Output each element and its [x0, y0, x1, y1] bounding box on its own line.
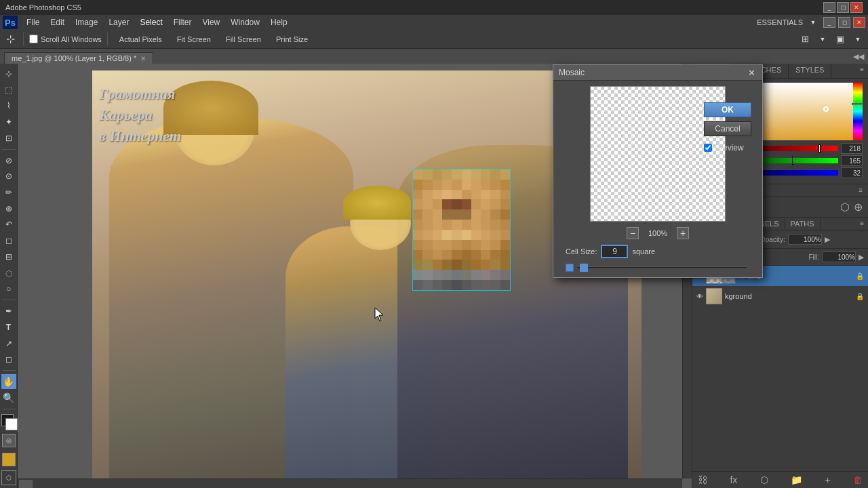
new-layer-btn[interactable]: + — [825, 474, 830, 485]
fg-color-large[interactable] — [2, 453, 16, 466]
title-text: Adobe Photoshop CS5 — [5, 3, 81, 12]
color-swatches[interactable] — [1, 414, 16, 429]
bg-lock-icon: 🔒 — [856, 293, 864, 300]
layer-row-bg[interactable]: 👁 kground 🔒 — [692, 286, 868, 306]
r-value-input[interactable] — [841, 143, 863, 154]
preview-checkbox[interactable] — [704, 144, 712, 152]
restore-button[interactable]: ◻ — [837, 2, 849, 13]
actual-pixels-button[interactable]: Actual Pixels — [113, 32, 168, 47]
new-group-btn[interactable]: 📁 — [791, 474, 802, 485]
masks-expand[interactable]: ≡ — [859, 186, 863, 195]
layer-name-1: er 1 — [748, 272, 853, 280]
shape-tool[interactable]: ◻ — [1, 352, 16, 367]
move-tool-icon[interactable]: ⊹ — [3, 32, 18, 47]
eraser-tool[interactable]: ◻ — [1, 233, 16, 248]
add-style-btn[interactable]: fx — [730, 474, 737, 485]
menu-filter[interactable]: Filter — [169, 16, 197, 28]
path-selection[interactable]: ↗ — [1, 336, 16, 351]
cell-size-slider-row[interactable] — [559, 264, 757, 272]
menu-view[interactable]: View — [197, 16, 224, 28]
eyedropper-tool[interactable]: ⊘ — [1, 153, 16, 168]
hand-tool[interactable]: ✋ — [1, 374, 16, 389]
scroll-all-checkbox[interactable] — [29, 35, 38, 43]
tab-styles[interactable]: STYLES — [789, 64, 831, 78]
menu-window[interactable]: Window — [226, 16, 264, 28]
heal-tool[interactable]: ⊙ — [1, 169, 16, 184]
color-panel-menu[interactable]: ≡ — [856, 64, 868, 78]
history-brush[interactable]: ↶ — [1, 218, 16, 232]
fit-screen-button[interactable]: Fit Screen — [171, 32, 217, 47]
lasso-tool[interactable]: ⌇ — [1, 98, 16, 113]
view-mode-dropdown[interactable]: ▼ — [815, 32, 830, 47]
cell-size-slider-thumb[interactable] — [580, 264, 588, 272]
quick-select-tool[interactable]: ✦ — [1, 115, 16, 129]
frame-tool[interactable]: ⬡ — [1, 470, 16, 485]
menu-select[interactable]: Select — [135, 16, 167, 28]
dialog-close-button[interactable]: ✕ — [747, 68, 757, 77]
layer-eye-bg[interactable]: 👁 — [696, 293, 703, 300]
zoom-plus-button[interactable]: + — [677, 227, 689, 239]
mask-add-icon[interactable]: ⬡ — [840, 201, 850, 214]
hue-slider[interactable] — [853, 83, 863, 140]
opacity-input[interactable] — [788, 234, 822, 245]
slider-color-swatch[interactable] — [566, 264, 574, 272]
r-thumb — [818, 144, 821, 152]
mask-option-icon[interactable]: ⊕ — [854, 201, 863, 214]
tool-sep-3 — [2, 370, 16, 371]
delete-layer-btn[interactable]: 🗑 — [853, 474, 863, 485]
b-value-input[interactable] — [841, 167, 863, 178]
title-close[interactable]: ✕ — [853, 17, 865, 28]
pen-tool[interactable]: ✒ — [1, 304, 16, 319]
dialog-ok-button[interactable]: OK — [704, 102, 751, 117]
zoom-tool[interactable]: 🔍 — [1, 390, 16, 405]
screen-mode-icon[interactable]: ▣ — [833, 32, 848, 47]
cell-size-input[interactable] — [601, 245, 628, 258]
clone-tool[interactable]: ⊕ — [1, 201, 16, 216]
doc-tab-close[interactable]: ✕ — [140, 55, 146, 62]
scrollbar-h-thumb[interactable] — [19, 480, 33, 488]
fg-color-swatch[interactable] — [2, 453, 16, 466]
gradient-tool[interactable]: ⊟ — [1, 249, 16, 264]
menu-image[interactable]: Image — [71, 16, 102, 28]
layers-panel-menu[interactable]: ≡ — [856, 218, 868, 230]
panels-collapse[interactable]: ◀◀ — [849, 49, 868, 64]
quick-mask-btn[interactable]: ◎ — [2, 434, 16, 447]
zoom-minus-button[interactable]: − — [627, 227, 639, 239]
menu-edit[interactable]: Edit — [45, 16, 69, 28]
dodge-tool[interactable]: ○ — [1, 282, 16, 297]
tab-paths[interactable]: PATHS — [785, 218, 821, 230]
scrollbar-horizontal[interactable] — [18, 479, 682, 488]
brush-tool[interactable]: ✏ — [1, 185, 16, 200]
scroll-all-label[interactable]: Scroll All Windows — [29, 35, 102, 43]
quick-mask[interactable]: ◎ — [2, 434, 16, 447]
crop-tool[interactable]: ⊡ — [1, 131, 16, 146]
preview-checkbox-row: Preview — [704, 143, 751, 152]
doc-tab-active[interactable]: me_1.jpg @ 100% (Layer 1, RGB/8) * ✕ — [4, 52, 153, 64]
cell-size-slider-track[interactable] — [576, 266, 747, 269]
menu-help[interactable]: Help — [266, 16, 292, 28]
photo-text-left: Грамотная Карьера в Интернет — [99, 84, 181, 146]
minimize-button[interactable]: _ — [823, 2, 835, 13]
link-layers-btn[interactable]: ⛓ — [698, 474, 707, 485]
screen-mode-dropdown[interactable]: ▼ — [850, 32, 865, 47]
background-color[interactable] — [5, 418, 18, 430]
g-value-input[interactable] — [841, 155, 863, 166]
title-min[interactable]: _ — [823, 17, 835, 28]
fill-screen-button[interactable]: Fill Screen — [220, 32, 267, 47]
dialog-cancel-button[interactable]: Cancel — [704, 121, 751, 136]
print-size-button[interactable]: Print Size — [270, 32, 314, 47]
menu-layer[interactable]: Layer — [104, 16, 134, 28]
text-tool[interactable]: T — [1, 320, 16, 335]
move-tool[interactable]: ⊹ — [1, 66, 16, 81]
view-mode-icon[interactable]: ⊞ — [797, 32, 812, 47]
close-button[interactable]: ✕ — [850, 2, 863, 13]
fill-input[interactable] — [822, 251, 856, 262]
blur-tool[interactable]: ◌ — [1, 266, 16, 281]
opacity-arrow[interactable]: ▶ — [825, 235, 830, 244]
title-restore[interactable]: ◻ — [838, 17, 850, 28]
essentials-dropdown[interactable]: ▼ — [806, 15, 821, 30]
marquee-tool[interactable]: ⬚ — [1, 83, 16, 98]
menu-file[interactable]: File — [22, 16, 44, 28]
fill-arrow[interactable]: ▶ — [859, 253, 864, 262]
add-mask-btn[interactable]: ⬡ — [760, 474, 768, 485]
